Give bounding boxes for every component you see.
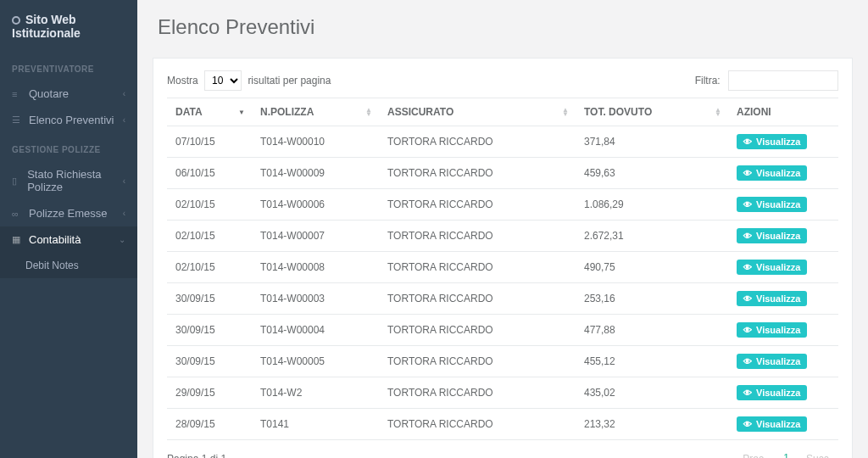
view-button[interactable]: 👁Visualizza [737, 260, 807, 275]
page-size-select[interactable]: 10 [204, 70, 242, 91]
cell-polizza: T0141 [252, 409, 379, 440]
view-button[interactable]: 👁Visualizza [737, 354, 807, 369]
cell-polizza: T014-W00009 [252, 158, 379, 189]
view-button[interactable]: 👁Visualizza [737, 385, 807, 400]
cell-azioni: 👁Visualizza [728, 377, 838, 409]
show-prefix: Mostra [167, 75, 198, 87]
filter-control: Filtra: [695, 70, 838, 91]
eye-icon: 👁 [743, 232, 752, 241]
cell-polizza: T014-W2 [252, 377, 379, 409]
table-row: 02/10/15T014-W00006TORTORA RICCARDO1.086… [167, 189, 838, 221]
cell-assicurato: TORTORA RICCARDO [379, 283, 576, 315]
sidebar-item-label: Polizze Emesse [29, 207, 107, 220]
chevron-left-icon: ‹ [123, 209, 125, 218]
cell-dovuto: 213,32 [576, 409, 728, 440]
sidebar-item-stato-richiesta[interactable]: ▯Stato Richiesta Polizze ‹ [0, 161, 137, 200]
table-row: 30/09/15T014-W00003TORTORA RICCARDO253,1… [167, 283, 838, 315]
view-button[interactable]: 👁Visualizza [737, 197, 807, 212]
table-row: 02/10/15T014-W00007TORTORA RICCARDO2.672… [167, 221, 838, 252]
cell-dovuto: 1.086,29 [576, 189, 728, 221]
pager-prev[interactable]: Prec. [736, 450, 773, 458]
table-row: 06/10/15T014-W00009TORTORA RICCARDO459,6… [167, 158, 838, 189]
sidebar-item-debit-notes[interactable]: Debit Notes [0, 253, 137, 278]
chevron-left-icon: ‹ [123, 89, 125, 98]
filter-input[interactable] [728, 70, 838, 91]
brand[interactable]: Sito Web Istituzionale [0, 0, 137, 53]
eye-icon: 👁 [743, 263, 752, 272]
sidebar-item-label: Debit Notes [25, 260, 79, 271]
cell-dovuto: 477,88 [576, 315, 728, 346]
sidebar-item-contabilita[interactable]: ▦Contabilità ⌄ [0, 226, 137, 253]
cell-azioni: 👁Visualizza [728, 283, 838, 315]
sidebar-section-gestione: GESTIONE POLIZZE [0, 133, 137, 161]
view-button-label: Visualizza [756, 231, 800, 241]
eye-icon: 👁 [743, 388, 752, 398]
sidebar-item-label: Quotare [29, 87, 69, 100]
cell-data: 02/10/15 [167, 189, 252, 221]
cell-data: 30/09/15 [167, 315, 252, 346]
sidebar-submenu: Debit Notes [0, 253, 137, 278]
cell-data: 02/10/15 [167, 221, 252, 252]
cell-assicurato: TORTORA RICCARDO [379, 377, 576, 409]
col-assicurato[interactable]: ASSICURATO▲▼ [379, 98, 576, 126]
doc-icon: ▯ [12, 176, 20, 187]
cell-azioni: 👁Visualizza [728, 252, 838, 283]
col-polizza[interactable]: N.POLIZZA▲▼ [252, 98, 379, 126]
col-dovuto[interactable]: TOT. DOVUTO▲▼ [576, 98, 728, 126]
eye-icon: 👁 [743, 420, 752, 429]
table-row: 30/09/15T014-W00004TORTORA RICCARDO477,8… [167, 315, 838, 346]
col-data[interactable]: DATA▼ [167, 98, 252, 126]
pager: Prec. 1 Succ. [736, 449, 838, 458]
eye-icon: 👁 [743, 169, 752, 178]
cell-data: 02/10/15 [167, 252, 252, 283]
cell-azioni: 👁Visualizza [728, 158, 838, 189]
sidebar-item-quotare[interactable]: ≡Quotare ‹ [0, 81, 137, 107]
view-button-label: Visualizza [756, 388, 800, 398]
table-row: 30/09/15T014-W00005TORTORA RICCARDO455,1… [167, 346, 838, 377]
view-button-label: Visualizza [756, 356, 800, 366]
cell-azioni: 👁Visualizza [728, 346, 838, 377]
cell-dovuto: 253,16 [576, 283, 728, 315]
cell-polizza: T014-W00006 [252, 189, 379, 221]
view-button[interactable]: 👁Visualizza [737, 416, 807, 432]
sidebar-item-label: Contabilità [29, 233, 81, 246]
view-button-label: Visualizza [756, 168, 800, 178]
view-button[interactable]: 👁Visualizza [737, 134, 807, 149]
cell-dovuto: 490,75 [576, 252, 728, 283]
view-button[interactable]: 👁Visualizza [737, 228, 807, 243]
view-button-label: Visualizza [756, 325, 800, 335]
view-button-label: Visualizza [756, 419, 800, 429]
cell-assicurato: TORTORA RICCARDO [379, 409, 576, 440]
cell-azioni: 👁Visualizza [728, 221, 838, 252]
filter-label: Filtra: [695, 75, 721, 87]
chevron-left-icon: ‹ [123, 115, 125, 125]
sort-icon: ▼ [238, 110, 245, 114]
preventivi-table: DATA▼ N.POLIZZA▲▼ ASSICURATO▲▼ TOT. DOVU… [167, 98, 838, 440]
sidebar-item-label: Stato Richiesta Polizze [27, 168, 123, 193]
sidebar-item-polizze-emesse[interactable]: ∞Polizze Emesse ‹ [0, 200, 137, 226]
cell-dovuto: 2.672,31 [576, 221, 728, 252]
sort-icon: ▲▼ [365, 108, 372, 116]
main: Elenco Preventivi Mostra 10 risultati pe… [137, 0, 868, 458]
table-row: 29/09/15T014-W2TORTORA RICCARDO435,02👁Vi… [167, 377, 838, 409]
view-button-label: Visualizza [756, 199, 800, 209]
cell-assicurato: TORTORA RICCARDO [379, 346, 576, 377]
pager-next[interactable]: Succ. [799, 450, 838, 458]
cell-assicurato: TORTORA RICCARDO [379, 315, 576, 346]
cell-data: 28/09/15 [167, 409, 252, 440]
brand-label: Sito Web Istituzionale [12, 13, 81, 40]
list-icon: ☰ [12, 114, 22, 126]
sort-icon: ▲▼ [715, 108, 721, 116]
sidebar-item-elenco-preventivi[interactable]: ☰Elenco Preventivi ‹ [0, 107, 137, 133]
sidebar-section-preventivatore: PREVENTIVATORE [0, 53, 137, 81]
sort-icon: ▲▼ [562, 108, 569, 116]
show-suffix: risultati per pagina [248, 75, 331, 87]
cell-assicurato: TORTORA RICCARDO [379, 189, 576, 221]
view-button[interactable]: 👁Visualizza [737, 291, 807, 306]
view-button[interactable]: 👁Visualizza [737, 322, 807, 338]
view-button[interactable]: 👁Visualizza [737, 165, 807, 181]
cell-assicurato: TORTORA RICCARDO [379, 158, 576, 189]
chevron-left-icon: ‹ [123, 176, 125, 186]
cell-assicurato: TORTORA RICCARDO [379, 126, 576, 158]
pager-page-1[interactable]: 1 [776, 449, 796, 458]
